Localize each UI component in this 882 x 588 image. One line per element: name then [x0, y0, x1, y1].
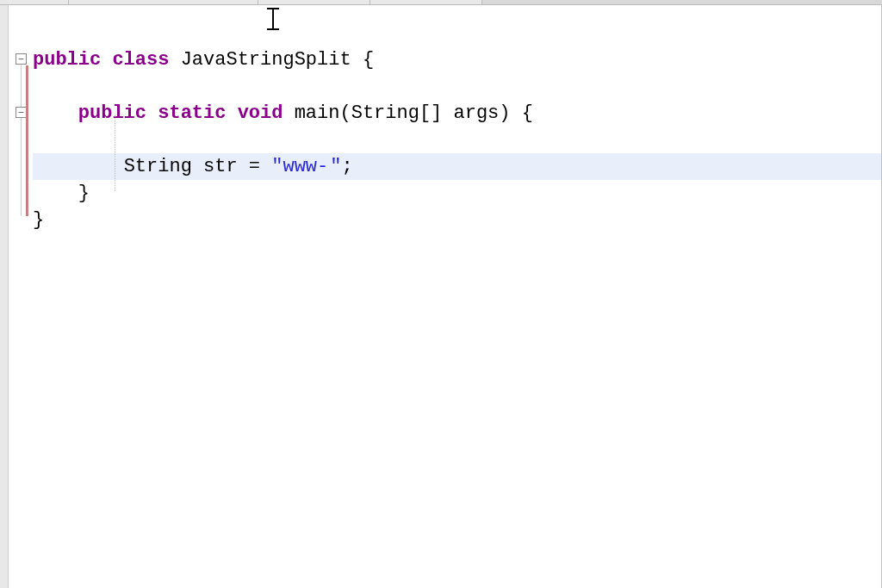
param-type: String[] [351, 102, 443, 124]
editor-main: − − public class JavaStringSplit { publi… [0, 5, 882, 588]
brace: { [363, 49, 374, 71]
code-line-4[interactable]: } [33, 180, 881, 207]
semicolon: ; [341, 156, 352, 177]
code-line-1[interactable]: public class JavaStringSplit { [33, 46, 881, 73]
change-bar [26, 65, 28, 216]
fold-line-outer [21, 65, 22, 216]
class-name: JavaStringSplit [181, 49, 351, 71]
code-line-5[interactable]: } [33, 207, 881, 233]
tab-2[interactable] [69, 0, 258, 4]
code-content[interactable]: public class JavaStringSplit { public st… [33, 5, 881, 588]
fold-toggle-class[interactable]: − [16, 53, 27, 65]
left-margin [0, 5, 9, 588]
code-line-3-active[interactable]: String str = "www-"; [33, 153, 881, 180]
brace: } [78, 183, 90, 204]
keyword-static: static [158, 102, 226, 124]
fold-gutter: − − [9, 5, 33, 588]
keyword-class: class [112, 49, 169, 71]
code-line-blank[interactable] [33, 73, 881, 100]
code-line-2[interactable]: public static void main(String[] args) { [33, 100, 881, 127]
paren-close: ) [499, 102, 510, 124]
indent-guide [115, 115, 115, 191]
brace: } [33, 209, 44, 231]
paren-open: ( [339, 102, 351, 124]
param-name: args [454, 102, 500, 124]
code-editor[interactable]: − − public class JavaStringSplit { publi… [9, 5, 882, 588]
var-name: str [203, 156, 238, 177]
tab-1[interactable] [0, 0, 69, 4]
text-cursor-icon [267, 8, 279, 30]
brace: { [522, 102, 533, 124]
equals: = [249, 156, 260, 177]
caret [328, 154, 330, 175]
keyword-void: void [238, 102, 283, 124]
method-name: main [295, 102, 340, 124]
keyword-public: public [33, 49, 101, 71]
string-value: www- [283, 156, 328, 177]
var-type: String [124, 156, 192, 177]
code-line-blank[interactable] [33, 127, 881, 153]
tab-4[interactable] [370, 0, 482, 4]
string-close: " [330, 156, 341, 177]
keyword-public: public [78, 102, 146, 124]
tab-3[interactable] [258, 0, 370, 4]
string-open: " [271, 156, 283, 177]
